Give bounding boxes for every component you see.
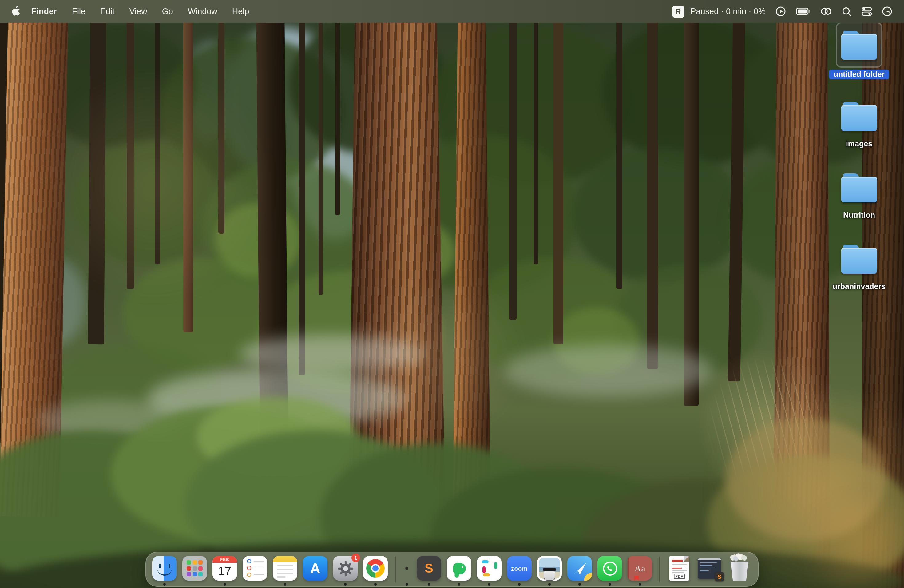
dock-chrome[interactable] [363,556,388,581]
menu-edit[interactable]: Edit [93,7,122,16]
sublime-letter: S [425,561,433,576]
slack-icon [477,556,501,581]
app-store-letter: A [310,560,320,577]
dock-finder[interactable] [152,556,177,581]
dock-reminders[interactable] [243,556,267,581]
dock-pdf-document[interactable]: PDF [667,556,692,581]
running-indicator [518,583,521,586]
sublime-text-icon: S [417,556,441,581]
folder-label[interactable]: Nutrition [843,211,875,220]
running-indicator [608,583,611,586]
running-indicator [488,583,490,586]
desktop-folder-nutrition[interactable]: Nutrition [825,166,893,237]
dock-dictionary[interactable]: Aa [627,556,652,581]
clock-icon[interactable] [879,6,895,17]
dock-trash[interactable] [727,556,752,581]
preview-icon [537,556,562,581]
chrome-icon [363,556,388,581]
zoom-wordmark: zoom [511,565,528,572]
menu-app-finder[interactable]: Finder [22,7,65,16]
running-indicator [374,583,377,586]
folder-icon [841,245,877,273]
dock-separator [659,556,660,582]
calendar-month: FEB [212,556,237,563]
folder-selection-highlight [837,24,881,66]
running-indicator [428,583,430,586]
spotlight-search-icon[interactable] [839,6,854,16]
dock-spark[interactable] [567,556,592,581]
menu-go[interactable]: Go [155,7,180,16]
dock-calendar[interactable]: FEB 17 [212,556,237,581]
battery-icon[interactable] [793,7,813,15]
running-indicator [344,583,346,586]
menu-help[interactable]: Help [225,7,257,16]
gear-icon [337,560,354,577]
notification-badge: 1 [351,553,360,562]
dock-preview[interactable] [537,556,562,581]
dock-zoom[interactable]: zoom [507,556,532,581]
menu-bar: Finder File Edit View Go Window Help R P… [0,0,904,23]
dock-whatsapp[interactable] [597,556,622,581]
evernote-elephant-icon [447,556,471,581]
wallpaper-sequoia-forest [0,0,904,588]
desktop-folder-untitled[interactable]: untitled folder [825,24,893,95]
link-icon[interactable] [818,7,834,16]
spark-paper-plane-icon [567,556,592,581]
folder-icon [841,102,877,131]
notes-icon [273,556,297,581]
apple-menu[interactable] [11,5,22,17]
running-indicator [284,583,286,586]
dock-sublime-text[interactable]: S [417,556,441,581]
dock-slack[interactable] [477,556,501,581]
apple-logo-icon [12,5,21,16]
app-store-icon: A [303,556,327,581]
trash-full-icon [727,556,752,581]
desktop-folder-urbaninvaders[interactable]: urbaninvaders [825,237,893,309]
menu-window[interactable]: Window [180,7,225,16]
running-indicator [578,583,581,586]
pdf-document-icon: PDF [667,556,692,581]
menu-view[interactable]: View [122,7,155,16]
running-indicator [163,583,166,586]
dock-hidden-app[interactable] [403,556,411,581]
dictionary-book-icon: Aa [627,556,652,581]
calendar-day: 17 [212,563,237,580]
running-indicator [548,583,551,586]
calendar-icon: FEB 17 [212,556,237,581]
dock-notes[interactable] [273,556,297,581]
rewind-badge[interactable]: R [672,5,684,17]
launchpad-icon [182,556,207,581]
menu-file[interactable]: File [65,7,93,16]
menu-bar-status: R Paused · 0 min · 0% [672,5,904,17]
folder-icon [841,30,877,59]
dock-system-settings[interactable]: 1 [333,556,357,581]
zoom-icon: zoom [507,556,532,581]
running-indicator [458,583,460,586]
desktop-folder-column: untitled folder images Nutrition urbanin… [825,24,893,309]
control-center-icon[interactable] [859,6,874,17]
dock-separator [395,556,396,582]
pdf-stamp: PDF [674,574,685,579]
sublime-badge: S [715,572,724,581]
folder-label[interactable]: urbaninvaders [833,282,885,291]
reminders-icon [243,556,267,581]
folder-label[interactable]: untitled folder [829,70,889,79]
loupe-icon [544,570,555,581]
dictionary-aa-label: Aa [635,563,645,574]
hidden-app-dot-icon [405,567,408,570]
running-indicator [224,583,226,586]
dock-minimized-sublime-window[interactable]: S [697,556,722,581]
folder-label[interactable]: images [846,140,872,148]
finder-icon [152,556,177,581]
whatsapp-icon [597,556,622,581]
desktop-folder-images[interactable]: images [825,95,893,166]
play-icon[interactable] [773,6,789,17]
dock-launchpad[interactable] [182,556,207,581]
dock-evernote[interactable] [447,556,471,581]
dock: FEB 17 A 1 [145,552,759,587]
macos-desktop: Finder File Edit View Go Window Help R P… [0,0,904,588]
dock-app-store[interactable]: A [303,556,327,581]
minimized-window-icon: S [697,556,722,581]
rewind-status-text[interactable]: Paused · 0 min · 0% [690,7,766,16]
running-indicator [638,583,641,586]
